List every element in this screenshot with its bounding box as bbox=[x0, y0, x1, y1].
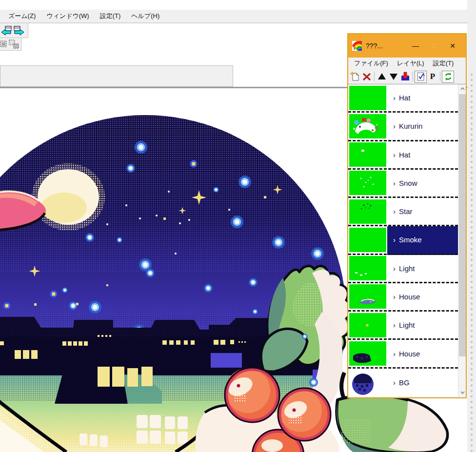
layer-list-scrollbar[interactable] bbox=[458, 84, 466, 397]
berry-bottom bbox=[252, 430, 304, 452]
berry-right bbox=[278, 388, 331, 441]
layer-thumbnail[interactable] bbox=[348, 369, 387, 397]
move-layer-down-button[interactable] bbox=[388, 71, 399, 82]
layer-name-text: Kururin bbox=[399, 122, 422, 130]
prev-window-button[interactable] bbox=[0, 25, 13, 37]
layer-label[interactable]: ›Smoke bbox=[387, 226, 458, 253]
layer-label[interactable]: ›Hat bbox=[387, 84, 458, 111]
scroll-up-button[interactable] bbox=[458, 85, 466, 93]
layer-prefix-chevron: › bbox=[393, 350, 396, 358]
layer-prefix-chevron: › bbox=[393, 207, 396, 216]
layer-row-hat-0[interactable]: ›Hat bbox=[348, 84, 458, 113]
selection-move-button[interactable] bbox=[8, 39, 20, 50]
layer-row-kururin-1[interactable]: ›Kururin bbox=[348, 113, 458, 141]
layer-prefix-chevron: › bbox=[393, 378, 396, 387]
layer-thumbnail[interactable] bbox=[348, 340, 387, 367]
layer-thumbnail[interactable] bbox=[348, 170, 387, 197]
chevron-up-icon bbox=[460, 87, 465, 90]
layer-property-button[interactable]: P bbox=[427, 71, 438, 82]
layer-row-snow-3[interactable]: ›Snow bbox=[348, 170, 458, 198]
layer-name-text: House bbox=[399, 293, 420, 301]
layer-thumbnail[interactable] bbox=[348, 113, 387, 139]
chevron-down-icon bbox=[460, 391, 465, 394]
layer-palette-window[interactable]: e ???... — □ ✕ ファイル(F)レイヤ(L)設定(T) bbox=[347, 33, 467, 398]
layer-row-bg-10[interactable]: ›BG bbox=[348, 369, 458, 397]
layer-list: ›Hat ›Kururin›Hat ›Snow ›Star›Smoke ›Lig… bbox=[348, 84, 466, 396]
layer-label[interactable]: ›Light bbox=[387, 312, 458, 338]
city-silhouette bbox=[0, 312, 349, 447]
white-windows bbox=[79, 415, 188, 447]
next-window-button[interactable] bbox=[13, 25, 25, 37]
selection-move-icon bbox=[8, 39, 20, 50]
layer-window-menu-settings[interactable]: 設定(T) bbox=[430, 58, 457, 69]
menu-item-window[interactable]: ウィンドウ(W) bbox=[43, 10, 92, 22]
lit-windows bbox=[0, 335, 246, 387]
minimize-button[interactable]: — bbox=[406, 42, 425, 50]
holly-leaf-small bbox=[261, 329, 307, 372]
new-layer-button[interactable] bbox=[349, 71, 361, 82]
layer-row-light-8[interactable]: ›Light bbox=[348, 312, 458, 340]
layer-label[interactable]: ›House bbox=[387, 340, 458, 367]
move-layer-up-button[interactable] bbox=[376, 71, 388, 82]
maximize-button[interactable]: □ bbox=[425, 42, 443, 50]
layer-label[interactable]: ›Kururin bbox=[387, 113, 458, 139]
layer-row-hat-2[interactable]: ›Hat bbox=[348, 141, 458, 170]
layer-prefix-chevron: › bbox=[393, 151, 396, 159]
menu-item-settings[interactable]: 設定(T) bbox=[97, 10, 124, 22]
selection-clip-icon bbox=[0, 39, 8, 50]
layer-row-star-4[interactable]: ›Star bbox=[348, 198, 458, 226]
layer-window-menu-file[interactable]: ファイル(F) bbox=[351, 58, 391, 69]
ball-bottom-rim bbox=[0, 400, 226, 452]
layer-thumbnail[interactable] bbox=[348, 226, 387, 253]
layer-prefix-chevron: › bbox=[393, 264, 396, 273]
layer-property-glyph: P bbox=[430, 72, 435, 81]
yellow-stars bbox=[3, 160, 282, 310]
layer-name-text: BG bbox=[399, 378, 410, 387]
layer-window-title: ???... bbox=[366, 42, 383, 50]
selection-toolbar bbox=[0, 38, 21, 51]
scroll-down-button[interactable] bbox=[458, 389, 466, 396]
menu-item-help[interactable]: ヘルプ(H) bbox=[128, 10, 162, 22]
layer-thumbnail[interactable] bbox=[348, 255, 387, 282]
merge-layer-down-button[interactable] bbox=[399, 71, 411, 82]
layer-name-text: House bbox=[399, 350, 420, 358]
grip-dots bbox=[467, 72, 476, 452]
toolbar-separator bbox=[413, 72, 413, 81]
layer-visibility-button[interactable] bbox=[415, 71, 427, 83]
edge-app-icon: e bbox=[352, 41, 362, 51]
layer-label[interactable]: ›Light bbox=[387, 255, 458, 282]
refresh-layers-button[interactable] bbox=[442, 71, 454, 83]
layer-label[interactable]: ›Star bbox=[387, 198, 458, 225]
window-nav-toolbar bbox=[0, 23, 28, 38]
selection-clip-button[interactable] bbox=[0, 39, 8, 50]
layer-thumbnail[interactable] bbox=[348, 84, 387, 111]
layer-prefix-chevron: › bbox=[393, 179, 396, 187]
layer-thumbnail[interactable] bbox=[348, 283, 387, 310]
layer-thumbnail[interactable] bbox=[348, 141, 387, 168]
delete-layer-button[interactable] bbox=[361, 71, 373, 82]
layer-row-light-6[interactable]: ›Light bbox=[348, 255, 458, 283]
close-button[interactable]: ✕ bbox=[443, 42, 462, 50]
layer-label[interactable]: ›Hat bbox=[387, 141, 458, 168]
toolbar-separator bbox=[440, 72, 440, 81]
layer-label[interactable]: ›BG bbox=[387, 369, 458, 397]
layer-label[interactable]: ›House bbox=[387, 283, 458, 310]
layer-label[interactable]: ›Snow bbox=[387, 170, 458, 197]
holly-leaf-upper bbox=[268, 266, 351, 365]
main-menubar: ズーム(Z)ウィンドウ(W)設定(T)ヘルプ(H) bbox=[0, 10, 476, 23]
new-layer-icon bbox=[350, 71, 360, 82]
layer-window-menu-layer[interactable]: レイヤ(L) bbox=[394, 58, 427, 69]
layer-thumbnail[interactable] bbox=[348, 312, 387, 338]
menu-item-zoom[interactable]: ズーム(Z) bbox=[5, 10, 39, 22]
snow-column bbox=[311, 312, 343, 413]
berry-left bbox=[225, 368, 279, 422]
layer-row-house-7[interactable]: ›House bbox=[348, 283, 458, 312]
layer-thumbnail[interactable] bbox=[348, 198, 387, 225]
layer-row-house-9[interactable]: ›House bbox=[348, 340, 458, 368]
prev-window-icon bbox=[0, 25, 12, 36]
right-grip-strip[interactable] bbox=[467, 0, 476, 452]
layer-row-smoke-5[interactable]: ›Smoke bbox=[348, 226, 458, 255]
layer-window-titlebar[interactable]: e ???... — □ ✕ bbox=[348, 34, 466, 58]
scrollbar-thumb[interactable] bbox=[459, 94, 466, 356]
layer-prefix-chevron: › bbox=[393, 236, 396, 244]
